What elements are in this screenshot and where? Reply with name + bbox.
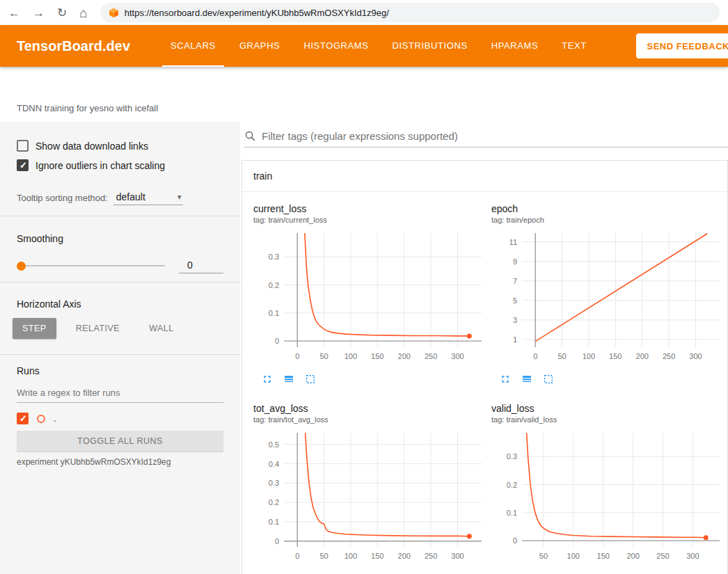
chart-tag: tag: train/tot_avg_loss [253, 415, 489, 424]
svg-text:9: 9 [513, 257, 517, 266]
divider [0, 282, 240, 282]
app-logo[interactable]: TensorBoard.dev [17, 38, 142, 54]
divider [0, 354, 240, 355]
run-list-item[interactable]: . [17, 413, 223, 424]
svg-text:300: 300 [689, 352, 702, 360]
tab-histograms[interactable]: HISTOGRAMS [295, 25, 377, 67]
ignore-outliers-label: Ignore outliers in chart scaling [35, 160, 165, 171]
line-weight-icon[interactable] [283, 374, 294, 385]
train-section-header[interactable]: train [242, 161, 727, 192]
horizontal-axis-label: Horizontal Axis [17, 298, 223, 310]
run-name: . [54, 413, 56, 424]
runs-filter-row [17, 385, 223, 403]
fit-domain-icon[interactable] [305, 374, 316, 385]
svg-text:0: 0 [275, 337, 279, 345]
svg-text:0.3: 0.3 [507, 452, 517, 461]
chart-title: tot_avg_loss [253, 403, 489, 414]
search-icon [244, 130, 256, 142]
filter-tags-input[interactable] [262, 130, 728, 142]
svg-text:3: 3 [513, 316, 517, 324]
send-feedback-button[interactable]: SEND FEEDBACK [636, 33, 728, 58]
chart-canvas-valid-loss[interactable]: 5010015020025030000.10.20.3 [491, 429, 727, 568]
svg-text:0.2: 0.2 [269, 281, 279, 289]
runs-regex-input[interactable] [17, 385, 223, 403]
svg-text:0: 0 [295, 552, 299, 560]
smoothing-row: 0 [17, 258, 223, 273]
svg-text:50: 50 [539, 552, 548, 560]
tab-distributions[interactable]: DISTRIBUTIONS [384, 25, 476, 67]
back-icon[interactable]: ← [8, 7, 20, 19]
slider-knob[interactable] [17, 262, 26, 271]
train-section-title: train [253, 170, 272, 182]
app-header: TensorBoard.dev SCALARS GRAPHS HISTOGRAM… [0, 25, 728, 67]
svg-text:50: 50 [319, 352, 328, 360]
svg-text:250: 250 [425, 352, 437, 360]
charts-grid: current_loss tag: train/current_loss 050… [242, 192, 727, 574]
address-bar[interactable]: https://tensorboard.dev/experiment/yKUbh… [100, 3, 720, 22]
svg-text:150: 150 [609, 352, 622, 360]
smoothing-value-input[interactable]: 0 [179, 258, 223, 273]
svg-text:0.3: 0.3 [269, 479, 279, 487]
toggle-all-runs-row: TOGGLE ALL RUNS [17, 431, 223, 452]
filter-tags-row [244, 126, 728, 148]
experiment-id-note: experiment yKUbhb5wRmOSXYkId1z9eg [17, 457, 223, 467]
svg-text:100: 100 [567, 552, 580, 560]
svg-text:100: 100 [345, 552, 357, 560]
toggle-all-runs-button[interactable]: TOGGLE ALL RUNS [17, 431, 223, 452]
axis-wall-button[interactable]: WALL [139, 318, 184, 339]
fullscreen-icon[interactable] [262, 374, 273, 385]
ignore-outliers-checkbox[interactable]: Ignore outliers in chart scaling [17, 159, 223, 171]
chart-title: current_loss [253, 203, 489, 214]
chart-toolbar [491, 374, 727, 385]
chart-canvas-epoch[interactable]: 0501001502002503001357911 [491, 229, 727, 368]
tab-graphs[interactable]: GRAPHS [231, 25, 289, 67]
slider-track [17, 265, 165, 266]
svg-text:100: 100 [345, 352, 357, 360]
smoothing-slider[interactable] [17, 261, 165, 271]
checkbox-checked-icon[interactable] [17, 159, 29, 171]
tooltip-sorting-dropdown[interactable]: default ▾ [113, 190, 183, 205]
tab-text[interactable]: TEXT [553, 25, 595, 67]
svg-text:100: 100 [583, 352, 595, 360]
axis-step-button[interactable]: STEP [13, 318, 56, 339]
fullscreen-icon[interactable] [500, 374, 511, 385]
svg-text:0: 0 [513, 536, 517, 545]
forward-icon[interactable]: → [33, 7, 45, 19]
chart-tag: tag: train/current_loss [253, 216, 489, 224]
chart-canvas-tot-avg-loss[interactable]: 05010015020025030000.10.20.30.40.5 [253, 429, 489, 568]
home-icon[interactable]: ⌂ [79, 6, 87, 19]
smoothing-label: Smoothing [17, 233, 223, 244]
svg-text:250: 250 [663, 352, 675, 360]
chart-card-valid-loss: valid_loss tag: train/valid_loss 5010015… [491, 403, 727, 574]
svg-text:150: 150 [597, 552, 610, 560]
runs-label: Runs [17, 365, 223, 376]
chart-toolbar [253, 374, 489, 385]
run-checkbox[interactable] [17, 413, 29, 424]
reload-icon[interactable]: ↻ [57, 7, 67, 19]
line-weight-icon[interactable] [521, 374, 532, 385]
svg-text:50: 50 [557, 352, 566, 360]
svg-text:200: 200 [398, 552, 411, 560]
checkbox-unchecked-icon[interactable] [17, 140, 29, 152]
svg-text:150: 150 [371, 552, 383, 560]
url-text[interactable]: https://tensorboard.dev/experiment/yKUbh… [125, 8, 389, 18]
fit-domain-icon[interactable] [543, 374, 554, 385]
svg-text:0: 0 [533, 352, 537, 360]
header-tabs: SCALARS GRAPHS HISTOGRAMS DISTRIBUTIONS … [159, 25, 599, 67]
browser-toolbar: ← → ↻ ⌂ https://tensorboard.dev/experime… [0, 0, 728, 25]
svg-text:0.1: 0.1 [269, 309, 279, 317]
chart-tag: tag: train/epoch [491, 216, 727, 224]
chart-canvas-current-loss[interactable]: 05010015020025030000.10.20.3 [253, 229, 489, 368]
tab-hparams[interactable]: HPARAMS [483, 25, 547, 67]
svg-text:250: 250 [425, 552, 437, 560]
axis-relative-button[interactable]: RELATIVE [66, 318, 130, 339]
svg-text:5: 5 [513, 296, 517, 305]
main-content: train current_loss tag: train/current_lo… [240, 122, 728, 574]
tooltip-sorting-value: default [116, 191, 145, 202]
svg-text:0.2: 0.2 [269, 498, 279, 507]
svg-text:250: 250 [656, 552, 669, 560]
tab-scalars[interactable]: SCALARS [162, 25, 224, 67]
svg-text:0: 0 [295, 352, 299, 360]
show-download-links-checkbox[interactable]: Show data download links [17, 140, 223, 152]
chart-card-tot-avg-loss: tot_avg_loss tag: train/tot_avg_loss 050… [253, 403, 489, 574]
